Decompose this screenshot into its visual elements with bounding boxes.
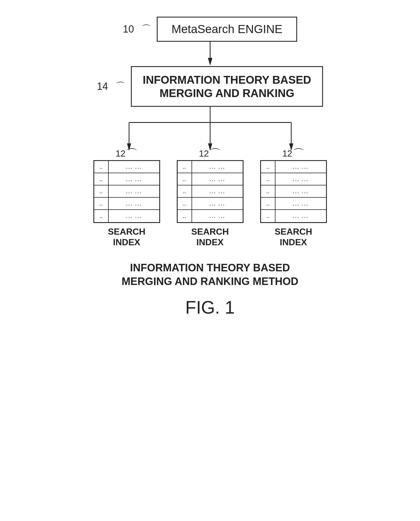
cell: ... ... — [275, 210, 326, 222]
cell: .. — [178, 161, 192, 173]
cell: ... ... — [275, 173, 326, 185]
cell: ... ... — [192, 198, 243, 209]
box-info: INFORMATION THEORY BASED MERGING AND RAN… — [131, 66, 323, 107]
cell: .. — [94, 198, 109, 209]
table-row: .. ... ... — [261, 198, 326, 210]
cell: ... ... — [109, 173, 159, 185]
info-line1: INFORMATION THEORY BASED — [143, 73, 311, 86]
cell: .. — [261, 210, 275, 222]
table-row: .. ... ... — [94, 210, 159, 222]
search-table-1: .. ... ... .. ... ... .. ... ... .. ... … — [93, 160, 160, 223]
cell: .. — [94, 173, 109, 185]
info-row: 14 ⌒ INFORMATION THEORY BASED MERGING AN… — [97, 66, 323, 107]
label-12-annotation-1: 12 ⌒ — [116, 148, 138, 159]
search-index-label-2: SEARCH INDEX — [191, 226, 229, 248]
cell: .. — [94, 210, 109, 222]
table-row: .. ... ... — [261, 161, 326, 173]
figure-label: FIG. 1 — [121, 297, 298, 318]
cell: .. — [178, 210, 192, 222]
caption-line1: INFORMATION THEORY BASED — [121, 261, 298, 275]
cell: ... ... — [275, 185, 326, 197]
bottom-caption: INFORMATION THEORY BASED MERGING AND RAN… — [121, 261, 298, 318]
cell: .. — [261, 173, 275, 185]
table-row: .. ... ... — [261, 210, 326, 222]
arrow-label-14: ⌒ — [115, 80, 125, 93]
table-unit-2: 12 ⌒ .. ... ... .. ... ... .. ... ... — [177, 148, 243, 248]
label-12-number-1: 12 — [116, 148, 126, 159]
arrow-label-10: ⌒ — [141, 23, 151, 36]
table-unit-1: 12 ⌒ .. ... ... .. ... ... .. ... ... — [93, 148, 160, 248]
cell: ... ... — [109, 210, 159, 222]
cell: ... ... — [192, 210, 243, 222]
table-row: .. ... ... — [261, 185, 326, 198]
cell: .. — [261, 198, 275, 209]
table-row: .. ... ... — [94, 173, 159, 185]
label-12-number-2: 12 — [199, 148, 209, 159]
cell: .. — [94, 161, 109, 173]
cell: ... ... — [109, 161, 159, 173]
label-12-number-3: 12 — [282, 148, 292, 159]
label-12-annotation-2: 12 ⌒ — [199, 148, 221, 159]
cell: ... ... — [192, 185, 243, 197]
page-container: 10 ⌒ MetaSearch ENGINE 14 ⌒ INFORMATION … — [0, 0, 420, 521]
diagram-area: 10 ⌒ MetaSearch ENGINE 14 ⌒ INFORMATION … — [71, 17, 349, 318]
cell: .. — [178, 185, 192, 197]
table-row: .. ... ... — [178, 161, 243, 173]
caption-line2: MERGING AND RANKING METHOD — [121, 275, 298, 288]
label-12-brace-2: ⌒ — [209, 148, 221, 159]
table-row: .. ... ... — [94, 198, 159, 210]
cell: ... ... — [275, 161, 326, 173]
cell: .. — [261, 161, 275, 173]
search-index-label-1: SEARCH INDEX — [108, 226, 145, 248]
label-12-annotation-3: 12 ⌒ — [282, 148, 305, 159]
search-table-2: .. ... ... .. ... ... .. ... ... .. ... … — [177, 160, 243, 223]
box-metasearch: MetaSearch ENGINE — [157, 17, 297, 42]
cell: .. — [178, 173, 192, 185]
table-row: .. ... ... — [94, 161, 159, 173]
label-12-brace-3: ⌒ — [293, 148, 304, 159]
cell: ... ... — [275, 198, 326, 209]
cell: .. — [178, 198, 192, 209]
table-row: .. ... ... — [261, 173, 326, 185]
cell: ... ... — [109, 185, 159, 197]
search-index-label-3: SEARCH INDEX — [275, 226, 312, 248]
tables-row: 12 ⌒ .. ... ... .. ... ... .. ... ... — [93, 148, 327, 248]
table-row: .. ... ... — [94, 185, 159, 198]
cell: ... ... — [109, 198, 159, 209]
table-row: .. ... ... — [178, 173, 243, 185]
svg-marker-1 — [208, 58, 212, 66]
cell: .. — [94, 185, 109, 197]
label-14: 14 — [97, 81, 108, 92]
table-row: .. ... ... — [178, 210, 243, 222]
metasearch-row: 10 ⌒ MetaSearch ENGINE — [123, 17, 297, 42]
arrow-metasearch-to-info — [205, 41, 216, 66]
cell: .. — [261, 185, 275, 197]
cell: ... ... — [192, 173, 243, 185]
label-10: 10 — [123, 23, 134, 35]
info-line2: MERGING AND RANKING — [143, 86, 311, 100]
table-row: .. ... ... — [178, 185, 243, 198]
search-table-3: .. ... ... .. ... ... .. ... ... .. ... … — [260, 160, 327, 223]
table-unit-3: 12 ⌒ .. ... ... .. ... ... .. ... ... — [260, 148, 327, 248]
table-row: .. ... ... — [178, 198, 243, 210]
cell: ... ... — [192, 161, 243, 173]
branching-arrows-svg — [91, 107, 330, 151]
label-12-brace-1: ⌒ — [126, 148, 138, 159]
